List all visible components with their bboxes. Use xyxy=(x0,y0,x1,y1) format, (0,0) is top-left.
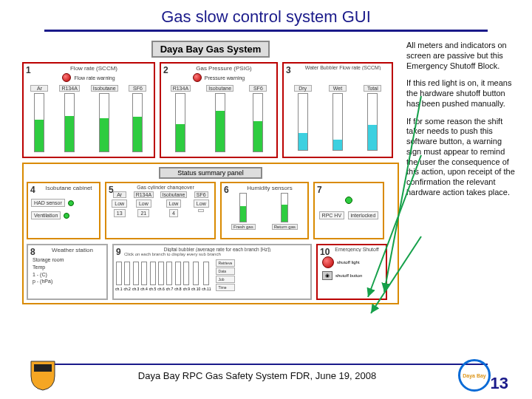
svg-rect-3 xyxy=(34,364,52,372)
side: Retrieve xyxy=(216,259,236,267)
shutoff-led-icon xyxy=(322,256,334,268)
panel-number: 1 xyxy=(26,65,31,75)
col-label: R134A xyxy=(134,191,154,198)
col-label: Isobutane xyxy=(91,85,118,92)
led-label: Pressure warning xyxy=(205,75,245,81)
row-label: HAD sensor xyxy=(31,199,65,207)
ch: ch.10 xyxy=(191,287,200,291)
warning-led-icon xyxy=(193,73,202,82)
note-paragraph: If for some reason the shift taker needs… xyxy=(406,117,517,198)
row: 1 - (C) xyxy=(33,271,102,279)
panel-title: Humidity sensors xyxy=(222,183,307,191)
panel-number: 5 xyxy=(109,185,114,195)
col-label: SF6 xyxy=(194,191,208,198)
panel-number: 10 xyxy=(320,247,330,257)
ch: ch.1 xyxy=(115,287,122,291)
slide-title: Gas slow control system GUI xyxy=(0,0,532,30)
gui-screenshot: Daya Bay Gas System 1 Flow rate (SCCM) F… xyxy=(22,41,399,304)
panel-rpc-hv: 7 RPC HV interlocked xyxy=(313,182,384,239)
panel-number: 2 xyxy=(163,65,168,75)
dayabay-logo-icon: Daya Bay xyxy=(458,359,491,392)
panel-title: Water Bubbler Flow rate (SCCM) xyxy=(284,64,392,70)
side: Data xyxy=(216,267,236,275)
ch: ch.4 xyxy=(140,287,147,291)
val: 4 xyxy=(169,209,178,217)
shield-icon xyxy=(30,360,56,391)
note-paragraph: If this red light is on, it means the ha… xyxy=(406,78,517,109)
col-label: R134A xyxy=(171,85,191,92)
panel-flow-rate: 1 Flow rate (SCCM) Flow rate warning Ar … xyxy=(22,62,155,158)
col-label: Fresh gas xyxy=(231,224,256,230)
button-label: shutoff button xyxy=(335,273,362,278)
panel-gas-pressure: 2 Gas Pressure (PSIG) Pressure warning R… xyxy=(160,62,278,158)
shutoff-button[interactable]: ◉ xyxy=(322,271,332,280)
row-label: Ventilation xyxy=(31,211,61,219)
ch: ch.2 xyxy=(123,287,130,291)
val: 13 xyxy=(114,209,126,217)
gui-system-title: Daya Bay Gas System xyxy=(151,41,270,58)
val xyxy=(198,209,204,212)
col-label: R134A xyxy=(59,85,79,92)
col-label: Ar xyxy=(30,85,48,92)
side: Job xyxy=(216,276,236,283)
panel-title: Weather station xyxy=(28,245,106,253)
col-label: Isobutane xyxy=(206,85,233,92)
ch: ch.3 xyxy=(132,287,139,291)
panel-title: Isobutane cabinet xyxy=(28,183,99,191)
page-number: 13 xyxy=(491,374,508,393)
panel-emergency-shutoff: 10 Emergency Shutoff shutoff light ◉ shu… xyxy=(316,244,387,300)
panel-isobutane-cabinet: 4 Isobutane cabinet HAD sensor Ventilati… xyxy=(27,182,100,239)
panel-number: 9 xyxy=(116,247,121,257)
col-label: Isobutane xyxy=(160,191,188,198)
ch: ch.5 xyxy=(149,287,156,291)
row: p - (hPa) xyxy=(33,278,102,285)
ch: ch.11 xyxy=(202,287,211,291)
led-label: shutoff light xyxy=(337,260,360,265)
status-banner: Status summary panel xyxy=(159,167,262,179)
row: Temp xyxy=(33,264,102,271)
panel-number: 8 xyxy=(30,247,35,257)
panel-number: 3 xyxy=(286,65,291,75)
panel-number: 6 xyxy=(224,185,229,195)
val: Low xyxy=(136,200,151,208)
col-label: Dry xyxy=(294,85,312,92)
col-label: Total xyxy=(364,85,381,92)
panel-title: Gas cylinder changeover xyxy=(106,183,214,190)
panel-weather: 8 Weather station Storage room Temp 1 - … xyxy=(27,244,108,300)
val: 21 xyxy=(137,209,149,217)
ch: ch.9 xyxy=(183,287,190,291)
footer: Daya Bay RPC Gas Safety System FDR, June… xyxy=(0,359,532,392)
panel-digital-bubbler: 9 Digital bubbler (average rate for each… xyxy=(112,244,312,300)
side: Time xyxy=(216,284,236,291)
col-label: SF6 xyxy=(129,85,146,92)
ch: ch.8 xyxy=(174,287,181,291)
annotation-notes: All meters and indicators on screen are … xyxy=(406,41,517,304)
warning-led-icon xyxy=(62,73,71,82)
panel-number: 4 xyxy=(30,185,35,195)
val: Low xyxy=(166,200,182,208)
col-label: Ar xyxy=(113,191,126,198)
panel-humidity: 6 Humidity sensors Fresh gas Return gas xyxy=(220,182,309,239)
panel-cylinder-changeover: 5 Gas cylinder changeover ArLow13 R134AL… xyxy=(105,182,216,239)
col-label: SF6 xyxy=(249,85,267,92)
note-paragraph: All meters and indicators on screen are … xyxy=(406,41,517,71)
panel-number: 7 xyxy=(317,185,322,195)
ch: ch.7 xyxy=(166,287,173,291)
panel-water-bubbler: 3 Water Bubbler Flow rate (SCCM) Dry Wet… xyxy=(282,62,393,158)
val: Low xyxy=(194,200,209,208)
panel-title: Gas Pressure (PSIG) xyxy=(161,64,276,72)
footer-text: Daya Bay RPC Gas Safety System FDR, June… xyxy=(138,370,376,381)
panel-title: Flow rate (SCCM) xyxy=(24,64,154,72)
panel-title: Digital bubbler (average rate for each b… xyxy=(114,245,310,252)
row: Storage room xyxy=(33,256,102,264)
label: interlocked xyxy=(348,211,379,219)
led-label: Flow rate warning xyxy=(74,75,115,81)
ch: ch.6 xyxy=(157,287,164,291)
label: RPC HV xyxy=(319,211,344,219)
col-label: Return gas xyxy=(272,224,298,230)
col-label: Wet xyxy=(329,85,347,92)
val: Low xyxy=(112,200,127,208)
